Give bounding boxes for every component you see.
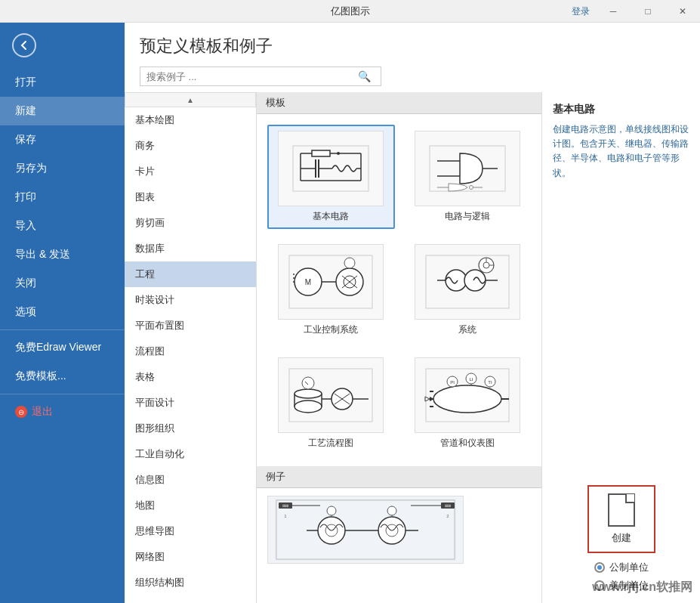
template-thumb-system bbox=[415, 244, 520, 320]
content-area: 预定义模板和例子 🔍 ▲ 基本绘图 商务 卡片 图表 剪切画 数据库 工程 时装… bbox=[125, 23, 700, 603]
sidebar-item-templates[interactable]: 免费模板... bbox=[0, 362, 125, 391]
examples-section-header: 例子 bbox=[257, 466, 541, 488]
sidebar-item-open[interactable]: 打开 bbox=[0, 68, 125, 97]
category-engineering[interactable]: 工程 bbox=[125, 261, 256, 287]
category-table[interactable]: 表格 bbox=[125, 364, 256, 390]
svg-point-19 bbox=[469, 186, 473, 190]
sidebar-divider-2 bbox=[0, 394, 125, 394]
back-button[interactable] bbox=[0, 23, 125, 68]
unit-imperial-label: 美制单位 bbox=[609, 579, 649, 592]
category-project[interactable]: 项目管理 bbox=[125, 595, 256, 603]
svg-point-34 bbox=[464, 270, 486, 291]
titlebar: 亿图图示 登录 ─ □ ✕ bbox=[0, 0, 700, 23]
category-map[interactable]: 地图 bbox=[125, 493, 256, 518]
right-panel: 基本电路 创建电路示意图，单线接线图和设计图。包含开关、继电器、传输路径、半导体… bbox=[541, 92, 700, 603]
category-floorplan[interactable]: 平面布置图 bbox=[125, 313, 256, 339]
category-card[interactable]: 卡片 bbox=[125, 159, 256, 184]
sidebar-item-saveas[interactable]: 另存为 bbox=[0, 154, 125, 183]
create-label: 创建 bbox=[612, 531, 631, 545]
category-infographic[interactable]: 信息图 bbox=[125, 467, 256, 493]
exit-icon: ⊖ bbox=[15, 406, 27, 418]
back-icon bbox=[12, 33, 36, 57]
sidebar-menu: 打开 新建 保存 另存为 打印 导入 导出 & 发送 关闭 选项 免费Edraw… bbox=[0, 68, 125, 603]
category-basic[interactable]: 基本绘图 bbox=[125, 107, 256, 133]
right-description: 创建电路示意图，单线接线图和设计图。包含开关、继电器、传输路径、半导体、电路和电… bbox=[553, 122, 689, 181]
svg-point-33 bbox=[446, 270, 467, 291]
app-title: 亿图图示 bbox=[331, 5, 370, 18]
sidebar-item-save[interactable]: 保存 bbox=[0, 125, 125, 154]
svg-text:⊞⊞: ⊞⊞ bbox=[282, 503, 288, 508]
category-clipart[interactable]: 剪切画 bbox=[125, 210, 256, 236]
unit-metric-label: 公制单位 bbox=[609, 561, 649, 574]
sidebar-item-export[interactable]: 导出 & 发送 bbox=[0, 240, 125, 269]
category-fashion[interactable]: 时装设计 bbox=[125, 287, 256, 313]
sidebar-item-new[interactable]: 新建 bbox=[0, 97, 125, 125]
template-thumb-process-flow bbox=[278, 357, 384, 433]
template-label-pid: 管道和仪表图 bbox=[440, 437, 495, 450]
category-orgchart[interactable]: 组织结构图 bbox=[125, 570, 256, 595]
template-circuit-logic[interactable]: 电路与逻辑 bbox=[404, 125, 532, 229]
category-chart[interactable]: 图表 bbox=[125, 184, 256, 210]
sidebar-item-close[interactable]: 关闭 bbox=[0, 269, 125, 298]
radio-metric-indicator bbox=[594, 562, 605, 573]
sidebar: 打开 新建 保存 另存为 打印 导入 导出 & 发送 关闭 选项 免费Edraw… bbox=[0, 23, 125, 603]
sidebar-item-options[interactable]: 选项 bbox=[0, 298, 125, 326]
right-section-title: 基本电路 bbox=[553, 103, 689, 116]
template-label-process-flow: 工艺流程图 bbox=[308, 437, 353, 450]
examples-section: 例子 ⊞⊞ ⊞⊞ bbox=[257, 466, 541, 579]
svg-point-13 bbox=[337, 152, 340, 155]
category-list: ▲ 基本绘图 商务 卡片 图表 剪切画 数据库 工程 时装设计 平面布置图 流程… bbox=[125, 92, 257, 603]
svg-text:LI: LI bbox=[469, 377, 473, 382]
scroll-up-button[interactable]: ▲ bbox=[125, 92, 256, 107]
middle-panel: ▲ 基本绘图 商务 卡片 图表 剪切画 数据库 工程 时装设计 平面布置图 流程… bbox=[125, 92, 700, 603]
template-basic-circuit[interactable]: 基本电路 bbox=[267, 125, 395, 229]
category-network[interactable]: 网络图 bbox=[125, 544, 256, 570]
template-label-system: 系统 bbox=[458, 323, 476, 336]
sidebar-item-print[interactable]: 打印 bbox=[0, 183, 125, 212]
create-file-icon bbox=[608, 493, 635, 527]
category-flowchart[interactable]: 流程图 bbox=[125, 339, 256, 364]
template-industrial-control[interactable]: M bbox=[267, 238, 395, 342]
sidebar-item-viewer[interactable]: 免费Edraw Viewer bbox=[0, 333, 125, 362]
category-database[interactable]: 数据库 bbox=[125, 236, 256, 261]
sidebar-item-exit[interactable]: ⊖ 退出 bbox=[0, 397, 125, 426]
sidebar-item-import[interactable]: 导入 bbox=[0, 212, 125, 240]
svg-point-30 bbox=[344, 258, 355, 268]
login-button[interactable]: 登录 bbox=[566, 0, 596, 23]
template-pid[interactable]: PI LI TI bbox=[404, 351, 532, 456]
svg-point-84 bbox=[387, 506, 396, 515]
category-mindmap[interactable]: 思维导图 bbox=[125, 518, 256, 544]
create-button[interactable]: 创建 bbox=[587, 485, 655, 553]
template-thumb-industrial-control: M bbox=[278, 244, 384, 320]
window-controls: ─ □ ✕ bbox=[596, 0, 700, 23]
sidebar-divider bbox=[0, 329, 125, 330]
svg-text:⊞⊞: ⊞⊞ bbox=[445, 503, 451, 508]
template-process-flow[interactable]: 工艺流程图 bbox=[267, 351, 395, 456]
template-thumb-pid: PI LI TI bbox=[415, 357, 520, 433]
templates-panel: 模板 bbox=[257, 92, 541, 603]
category-business[interactable]: 商务 bbox=[125, 133, 256, 159]
maximize-button[interactable]: □ bbox=[631, 0, 665, 23]
category-org[interactable]: 图形组织 bbox=[125, 416, 256, 441]
unit-imperial[interactable]: 美制单位 bbox=[594, 579, 649, 592]
svg-text:M: M bbox=[305, 278, 311, 286]
template-thumb-basic-circuit bbox=[278, 131, 384, 206]
svg-point-42 bbox=[294, 400, 322, 413]
category-industrial[interactable]: 工业自动化 bbox=[125, 441, 256, 467]
minimize-button[interactable]: ─ bbox=[596, 0, 631, 23]
close-button[interactable]: ✕ bbox=[665, 0, 700, 23]
category-graphic[interactable]: 平面设计 bbox=[125, 390, 256, 416]
template-system[interactable]: 系统 bbox=[404, 238, 532, 342]
svg-rect-8 bbox=[312, 150, 330, 156]
svg-text:TI: TI bbox=[488, 380, 492, 385]
unit-metric[interactable]: 公制单位 bbox=[594, 561, 649, 574]
svg-point-45 bbox=[294, 389, 322, 398]
svg-text:PI: PI bbox=[450, 380, 455, 385]
svg-point-49 bbox=[302, 377, 314, 389]
search-input[interactable] bbox=[146, 71, 358, 82]
templates-section-header: 模板 bbox=[257, 92, 541, 114]
svg-rect-67 bbox=[276, 500, 455, 559]
radio-imperial-indicator bbox=[594, 580, 605, 591]
example-thumb[interactable]: ⊞⊞ ⊞⊞ bbox=[267, 496, 464, 564]
search-icon: 🔍 bbox=[358, 70, 371, 82]
